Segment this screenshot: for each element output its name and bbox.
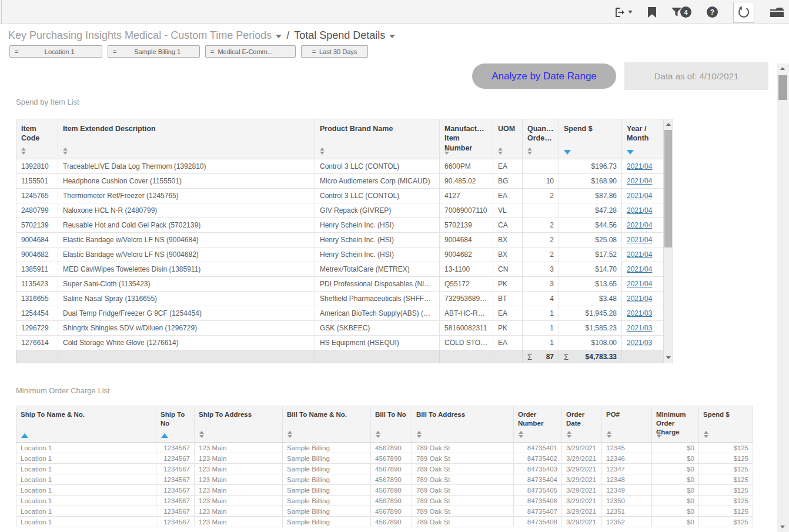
col-header-item-code[interactable]: Item Code — [16, 119, 58, 159]
year-month-link[interactable]: 2021/03 — [627, 309, 652, 317]
ship-to-no-cell: 1234567 — [156, 496, 195, 506]
moc-spend-cell: $125 — [699, 453, 753, 464]
col-header-po[interactable]: PO# — [602, 406, 652, 443]
col-header-spend[interactable]: Spend $ — [559, 119, 622, 159]
spend-table-scrollbar[interactable] — [663, 119, 673, 363]
sort-icon[interactable] — [63, 148, 68, 155]
col-header-brand[interactable]: Product Brand Name — [315, 119, 440, 159]
scrollbar-thumb[interactable] — [664, 130, 672, 247]
spend-cell: $47.28 — [559, 203, 622, 218]
filter-chip-location[interactable]: =Location 1 — [9, 45, 102, 58]
col-header-uom[interactable]: UOM — [493, 119, 523, 159]
spend-cell: $17.52 — [559, 247, 622, 262]
col-header-ship-to-address[interactable]: Ship To Address — [195, 406, 283, 443]
item-description-cell: TraceableLIVE Data Log Thermom (1392810) — [58, 159, 315, 174]
scroll-up-icon[interactable] — [777, 64, 788, 73]
sort-icon[interactable] — [607, 431, 612, 438]
sort-icon[interactable] — [657, 431, 662, 438]
spend-cell: $13.65 — [559, 277, 622, 292]
sort-desc-icon[interactable] — [564, 150, 571, 155]
moc-spend-cell: $125 — [699, 496, 753, 506]
folder-icon[interactable] — [770, 6, 784, 18]
breadcrumb-page-dropdown[interactable]: Total Spend Details — [294, 29, 395, 42]
filter-chip-date-range[interactable]: =Last 30 Days — [301, 45, 368, 58]
col-header-order-number[interactable]: Order Number — [514, 406, 562, 443]
sort-icon[interactable] — [320, 148, 325, 155]
sort-asc-icon[interactable] — [21, 433, 28, 438]
sort-icon[interactable] — [21, 148, 26, 155]
year-month-link[interactable]: 2021/03 — [627, 339, 652, 347]
sort-desc-icon[interactable] — [627, 150, 634, 155]
year-month-cell: 2021/04 — [622, 247, 664, 262]
year-month-cell: 2021/04 — [622, 174, 664, 189]
col-header-bill-to-name[interactable]: Bill To Name & No. — [283, 406, 371, 443]
sort-icon[interactable] — [444, 148, 450, 155]
moc-table-row: Location 1 1234567 123 Main Sample Billi… — [16, 443, 753, 453]
sort-icon[interactable] — [417, 431, 422, 438]
year-month-link[interactable]: 2021/04 — [627, 250, 652, 259]
col-header-bill-to-address[interactable]: Bill To Address — [412, 406, 514, 443]
year-month-link[interactable]: 2021/04 — [627, 192, 652, 200]
scroll-down-icon[interactable] — [664, 353, 673, 362]
uom-cell: EA — [493, 336, 523, 350]
brand-cell: PDI Professional Disposables (NICEPK) — [315, 277, 440, 292]
year-month-link[interactable]: 2021/04 — [627, 236, 652, 244]
sort-icon[interactable] — [199, 431, 205, 438]
help-icon[interactable]: ? — [707, 6, 718, 18]
scroll-up-icon[interactable] — [664, 120, 673, 129]
year-month-link[interactable]: 2021/04 — [627, 295, 652, 303]
year-month-link[interactable]: 2021/04 — [627, 162, 652, 170]
col-header-min-order-charge[interactable]: Minimum Order Charge — [652, 406, 699, 443]
year-month-link[interactable]: 2021/04 — [627, 280, 652, 288]
analyze-by-date-range-button[interactable]: Analyze by Date Range — [472, 63, 616, 89]
year-month-link[interactable]: 2021/04 — [627, 221, 652, 229]
order-number-cell: 84735405 — [514, 485, 562, 496]
sort-icon[interactable] — [376, 431, 381, 438]
item-description-cell: Shingrix Shingles SDV w/Diluen (1296729) — [58, 321, 315, 336]
year-month-link[interactable]: 2021/04 — [627, 177, 652, 185]
filter-chip-catalog[interactable]: =Medical E-Comm... — [205, 45, 296, 58]
spend-cell: $14.70 — [559, 262, 622, 277]
order-date-cell: 3/29/2021 — [562, 464, 602, 474]
sort-icon[interactable] — [498, 148, 503, 155]
col-header-item-description[interactable]: Item Extended Description — [58, 119, 315, 159]
item-description-cell: Cold Storage White Glove (1276614) — [58, 336, 315, 350]
breadcrumb-report-dropdown[interactable]: Key Purchasing Insights Medical - Custom… — [8, 29, 282, 42]
year-month-cell: 2021/04 — [622, 277, 664, 292]
sort-icon[interactable] — [567, 431, 572, 438]
year-month-link[interactable]: 2021/03 — [627, 324, 652, 332]
year-month-link[interactable]: 2021/04 — [627, 206, 652, 215]
ship-to-no-cell: 1234567 — [156, 443, 195, 453]
quantity-total-cell: Σ87 — [523, 350, 559, 363]
filter-icon[interactable]: 4 — [671, 6, 691, 18]
po-cell: 12346 — [602, 453, 652, 464]
scroll-down-icon[interactable] — [777, 523, 788, 531]
page-scrollbar[interactable] — [777, 63, 789, 532]
filter-chip-billing[interactable]: =Sample Billing 1 — [108, 45, 200, 58]
year-month-cell: 2021/04 — [622, 218, 664, 233]
col-header-quantity-ordered[interactable]: Quantity Ordered — [523, 119, 559, 159]
export-icon[interactable] — [614, 6, 633, 18]
sort-icon[interactable] — [527, 148, 533, 155]
sort-icon[interactable] — [704, 431, 709, 438]
col-header-ship-to-no[interactable]: Ship To No — [156, 406, 195, 443]
year-month-link[interactable]: 2021/04 — [627, 265, 652, 273]
col-header-order-date[interactable]: Order Date — [562, 406, 602, 443]
col-header-mfr-item-number[interactable]: Manufacturer Item Number — [440, 119, 493, 159]
ship-to-name-cell: Location 1 — [16, 506, 156, 517]
col-header-ship-to-name[interactable]: Ship To Name & No. — [16, 406, 156, 443]
col-header-bill-to-no[interactable]: Bill To No — [371, 406, 412, 443]
scrollbar-thumb[interactable] — [778, 75, 787, 100]
refresh-icon[interactable] — [733, 2, 754, 23]
item-code-cell: 1155501 — [16, 174, 58, 189]
col-header-year-month[interactable]: Year / Month — [622, 119, 664, 159]
col-header-moc-spend[interactable]: Spend $ — [699, 406, 753, 443]
ship-to-address-cell: 123 Main — [195, 464, 283, 474]
topbar-icons: 4 ? — [614, 0, 784, 24]
sort-icon[interactable] — [519, 431, 524, 438]
help-glyph: ? — [707, 6, 718, 18]
brand-cell: GIV Repack (GIVREP) — [315, 203, 440, 218]
sort-icon[interactable] — [287, 431, 293, 438]
sort-asc-icon[interactable] — [161, 433, 168, 438]
bookmark-icon[interactable] — [648, 7, 656, 18]
